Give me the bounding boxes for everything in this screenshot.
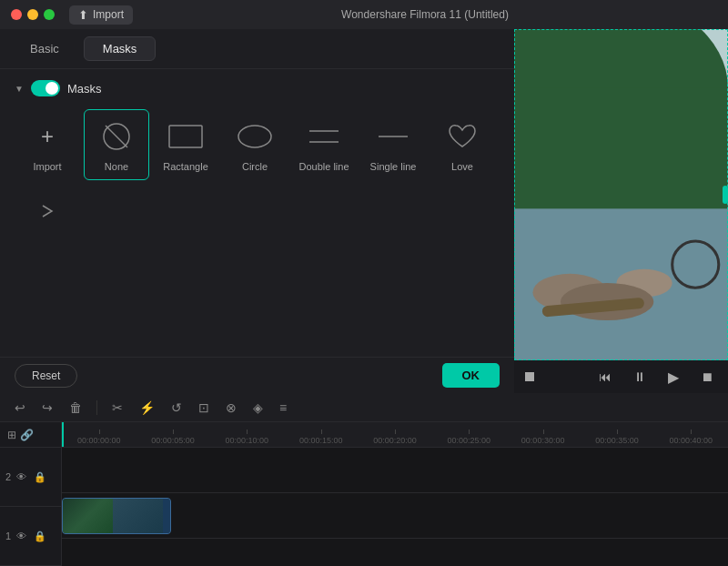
track-labels: ⊞ 🔗 2 👁 🔒 1 👁 🔒 — [0, 422, 62, 566]
import-icon-box: + — [22, 117, 73, 156]
mask-item-label-single-line: Single line — [370, 161, 417, 172]
circle-shape-icon — [235, 122, 275, 151]
pause-button[interactable]: ⏸ — [630, 366, 650, 388]
panel-tabs: Basic Masks — [0, 29, 514, 69]
main-content: Basic Masks ▼ Masks + Import — [0, 29, 728, 393]
mask-item-none[interactable]: None — [84, 109, 149, 180]
playback-controls: ⏮ ⏸ ▶ ⏹ — [514, 360, 728, 393]
toolbar-separator — [96, 400, 97, 415]
cut-button[interactable]: ✂ — [108, 398, 126, 418]
ruler-mark-2: 00:00:10:00 — [210, 436, 284, 445]
stop-button[interactable]: ⏹ — [697, 366, 717, 388]
more-tools-button[interactable]: ≡ — [276, 398, 290, 418]
timeline-section: ↩ ↪ 🗑 ✂ ⚡ ↺ ⊡ ⊗ ◈ ≡ ⊞ 🔗 2 👁 🔒 1 — [0, 393, 728, 566]
color-button[interactable]: ◈ — [249, 398, 267, 418]
chevron-right-icon — [38, 197, 56, 226]
mask-item-love[interactable]: Love — [430, 109, 495, 180]
double-line-icon-box — [298, 117, 349, 156]
ruler-mark-6: 00:00:30:00 — [506, 436, 580, 445]
right-panel: ⏮ ⏸ ▶ ⏹ — [514, 29, 728, 393]
masks-toggle[interactable] — [31, 80, 60, 96]
clip-thumbnail-2 — [113, 499, 163, 533]
split-button[interactable]: ⊗ — [222, 398, 240, 418]
svg-point-3 — [238, 126, 271, 147]
svg-line-1 — [106, 126, 127, 147]
svg-rect-2 — [169, 126, 202, 147]
timeline-ruler: 00:00:00:00 00:00:05:00 00:00:10:00 00:0… — [62, 422, 728, 448]
ruler-marks: 00:00:00:00 00:00:05:00 00:00:10:00 00:0… — [62, 436, 728, 447]
ruler-mark-1: 00:00:05:00 — [136, 436, 209, 445]
mask-item-label-none: None — [105, 161, 128, 172]
tracks-area — [62, 448, 728, 566]
delete-button[interactable]: 🗑 — [66, 398, 86, 418]
masks-section: ▼ Masks + Import — [0, 69, 514, 255]
heart-shape-icon — [446, 122, 479, 151]
ruler-mark-7: 00:00:35:00 — [580, 436, 653, 445]
timeline-body: ⊞ 🔗 2 👁 🔒 1 👁 🔒 00:00:00:00 — [0, 422, 728, 566]
clip-thumbnail-1 — [63, 499, 113, 533]
track-number-2: 2 — [5, 471, 11, 482]
track-add-row: ⊞ 🔗 — [0, 422, 61, 448]
masks-header: ▼ Masks — [15, 80, 500, 96]
mask-item-label-rectangle: Ractangle — [163, 161, 208, 172]
mask-item-circle[interactable]: Circle — [222, 109, 288, 180]
tab-basic[interactable]: Basic — [11, 36, 78, 61]
mask-item-rectangle[interactable]: Ractangle — [153, 109, 218, 180]
mask-item-more[interactable] — [15, 184, 80, 244]
track-eye-button-2[interactable]: 👁 — [15, 470, 28, 484]
preview-image — [514, 29, 728, 360]
minimize-button[interactable] — [27, 9, 38, 20]
mask-item-import[interactable]: + Import — [15, 109, 80, 180]
undo-button[interactable]: ↩ — [11, 398, 29, 418]
traffic-lights — [11, 9, 55, 20]
single-line-icon-box — [368, 117, 419, 156]
more-icon-box — [22, 192, 73, 230]
video-clip[interactable] — [62, 498, 171, 534]
mask-item-label-double-line: Double line — [298, 161, 349, 172]
close-button[interactable] — [11, 9, 22, 20]
step-back-button[interactable]: ⏮ — [595, 366, 615, 388]
rectangle-icon-box — [160, 117, 211, 156]
mask-item-label-circle: Circle — [242, 161, 268, 172]
tab-masks[interactable]: Masks — [84, 36, 157, 61]
play-button[interactable]: ▶ — [664, 365, 682, 389]
track-eye-button-1[interactable]: 👁 — [15, 529, 28, 543]
timeline-content: 00:00:00:00 00:00:05:00 00:00:10:00 00:0… — [62, 422, 728, 566]
clip-body — [163, 499, 170, 533]
track-lock-button-2[interactable]: 🔒 — [32, 470, 48, 485]
redo-button[interactable]: ↪ — [38, 398, 56, 418]
import-label: Import — [93, 8, 124, 21]
love-icon-box — [437, 117, 488, 156]
track-row-1 — [62, 493, 728, 539]
circle-icon-box — [229, 117, 280, 156]
speed-button[interactable]: ⚡ — [136, 398, 158, 418]
mask-items-grid: + Import None — [15, 109, 500, 244]
track-label-2: 2 👁 🔒 — [0, 448, 61, 507]
crop-button[interactable]: ⊡ — [195, 398, 213, 418]
ruler-mark-8: 00:00:40:00 — [654, 436, 728, 445]
track-row-2 — [62, 448, 728, 493]
add-track-button[interactable]: ⊞ — [7, 429, 16, 441]
masks-label: Masks — [67, 82, 102, 96]
single-line-shape-icon — [373, 122, 413, 151]
plus-icon: + — [41, 126, 54, 147]
collapse-icon[interactable]: ▼ — [15, 84, 24, 94]
mask-item-label-import: Import — [33, 161, 61, 172]
import-button[interactable]: ⬆ Import — [69, 5, 133, 25]
link-track-button[interactable]: 🔗 — [20, 429, 34, 441]
track-lock-button-1[interactable]: 🔒 — [32, 529, 48, 544]
rotate-button[interactable]: ↺ — [167, 398, 186, 418]
mask-item-double-line[interactable]: Double line — [291, 109, 357, 180]
none-shape-icon — [100, 120, 133, 153]
ruler-mark-5: 00:00:25:00 — [432, 436, 506, 445]
rectangle-shape-icon — [166, 122, 206, 151]
preview-area — [514, 29, 728, 360]
titlebar: ⬆ Import Wondershare Filmora 11 (Untitle… — [0, 0, 728, 29]
svg-rect-10 — [514, 88, 728, 209]
timeline-toolbar: ↩ ↪ 🗑 ✂ ⚡ ↺ ⊡ ⊗ ◈ ≡ — [0, 393, 728, 422]
reset-button[interactable]: Reset — [15, 364, 77, 388]
ok-button[interactable]: OK — [442, 363, 500, 388]
mask-item-single-line[interactable]: Single line — [360, 109, 426, 180]
maximize-button[interactable] — [44, 9, 55, 20]
ruler-mark-4: 00:00:20:00 — [358, 436, 431, 445]
